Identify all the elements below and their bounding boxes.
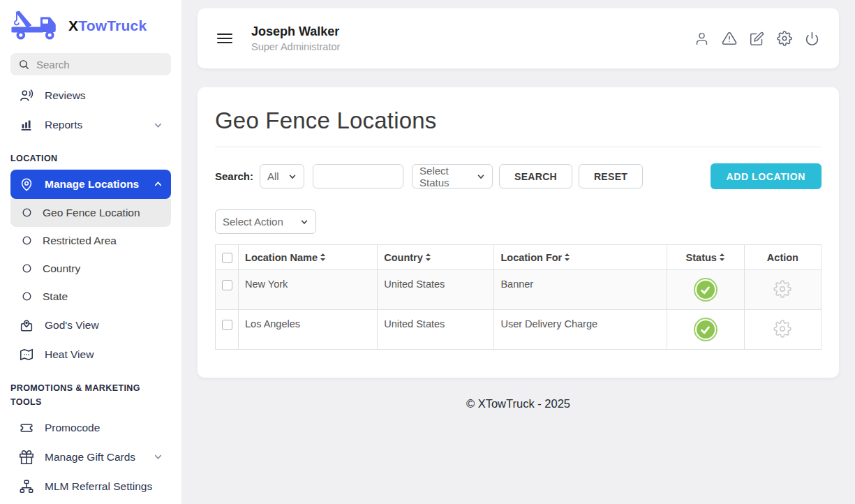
locations-table: Location Name Country Location For Statu… [215,244,821,350]
brand-name: XTowTruck [68,17,147,34]
sidebar-item-manage-gift-cards[interactable]: Manage Gift Cards [10,443,171,472]
brand-logo[interactable]: XTowTruck [10,10,171,42]
form-edit-icon[interactable] [750,31,764,46]
sidebar-item-heat-view[interactable]: Heat View [10,340,171,369]
sidebar-subitem-label: Country [43,262,80,275]
sidebar-subitem-label: State [43,290,68,303]
chevron-down-icon [288,172,297,181]
col-header-action: Action [744,245,821,270]
sidebar-item-manage-locations[interactable]: Manage Locations [10,170,171,199]
col-header-location-name[interactable]: Location Name [239,245,378,270]
user-block: Joseph Walker Super Administrator [251,24,340,52]
circle-icon [21,207,33,218]
status-filter-select[interactable]: Select Status [412,164,493,188]
sidebar-item-mlm-referral-settings[interactable]: MLM Referral Settings [10,472,171,501]
table-header-row: Location Name Country Location For Statu… [216,245,821,270]
col-header-location-for[interactable]: Location For [494,245,667,270]
search-button[interactable]: SEARCH [499,164,572,188]
sidebar-subitem-restricted-area[interactable]: Restricted Area [10,227,171,255]
sidebar-subitem-state[interactable]: State [10,283,171,311]
sidebar-item-label: Reviews [45,89,86,102]
search-keyword-input[interactable] [313,164,403,188]
sidebar-item-promocode[interactable]: Promocode [10,413,171,443]
sidebar-subitem-country[interactable]: Country [10,255,171,283]
sort-icon [564,253,570,262]
col-label: Status [686,252,717,263]
cell-country: United States [378,310,494,350]
sidebar-item-gods-view[interactable]: God's View [10,311,171,340]
cell-location-for: User Delivery Charge [494,310,667,350]
status-active-icon[interactable] [697,281,715,299]
circle-icon [21,262,33,274]
sidebar-subitem-label: Restricted Area [43,235,117,247]
geo-fence-card: Geo Fence Locations Search: All Select S… [198,87,839,378]
section-location: LOCATION [10,151,171,166]
sidebar-subitem-geo-fence-location[interactable]: Geo Fence Location [10,199,171,227]
section-promotions: PROMOTIONS & MARKETING TOOLS [10,381,168,410]
user-name: Joseph Walker [251,24,340,39]
table-row: Los Angeles United States User Delivery … [216,310,821,350]
row-settings-gear-icon[interactable] [773,320,791,338]
sidebar: XTowTruck Reviews [0,0,181,504]
power-icon[interactable] [805,31,819,46]
sidebar-search-input[interactable] [36,59,175,71]
title-divider [215,147,821,147]
sidebar-item-label: Manage Gift Cards [45,451,135,464]
sidebar-subitem-label: Geo Fence Location [43,207,140,219]
user-icon[interactable] [694,31,709,46]
sidebar-item-label: Reports [45,119,82,131]
filter-toolbar: Search: All Select Status SEARCH RESET A… [215,163,821,189]
search-field-select[interactable]: All [260,164,304,188]
col-header-status[interactable]: Status [667,245,744,270]
table-row: New York United States Banner [216,270,821,310]
sidebar-item-reviews[interactable]: Reviews [10,81,171,110]
cell-location-for: Banner [494,270,667,310]
select-all-checkbox[interactable] [222,253,232,263]
cell-location-name: New York [239,270,378,310]
sidebar-search[interactable] [10,53,171,75]
sidebar-item-label: MLM Referral Settings [45,480,152,493]
brand-rest: TowTruck [78,17,147,34]
top-header: Joseph Walker Super Administrator [198,8,839,68]
user-voice-icon [19,88,34,103]
header-actions [694,31,819,46]
circle-icon [21,290,33,302]
col-label: Action [767,252,798,263]
sidebar-item-reports[interactable]: Reports [10,110,171,140]
col-header-country[interactable]: Country [378,245,494,270]
status-active-icon[interactable] [697,320,715,339]
cell-country: United States [378,270,494,310]
sidebar-item-label: God's View [45,319,99,332]
sort-icon [719,253,725,262]
search-icon [18,59,30,71]
sidebar-item-label: Manage Locations [45,178,139,191]
sort-icon [320,253,326,262]
row-checkbox[interactable] [222,280,232,290]
chevron-down-icon [477,172,485,181]
pin-on-map-icon [19,318,34,333]
chevron-down-icon [154,121,163,130]
row-settings-gear-icon[interactable] [773,280,791,298]
sort-icon [425,253,431,262]
copyright-text: © XTowTruck - 2025 [198,397,839,410]
sidebar-nav: Reviews Reports LOCATION Manag [10,81,171,501]
gear-icon[interactable] [777,31,792,46]
col-label: Location Name [245,252,318,263]
chevron-up-icon [154,179,163,188]
page-title: Geo Fence Locations [215,108,821,134]
row-checkbox[interactable] [222,320,232,330]
chevron-down-icon [300,218,308,226]
alert-triangle-icon[interactable] [722,31,737,46]
bulk-action-select-value: Select Action [223,216,283,228]
user-role: Super Administrator [251,41,340,52]
bulk-action-select[interactable]: Select Action [215,209,316,234]
col-label: Location For [500,252,562,263]
menu-toggle-icon[interactable] [217,31,232,46]
reset-button[interactable]: RESET [579,164,643,188]
add-location-button[interactable]: ADD LOCATION [711,163,822,189]
brand-x: X [68,17,78,34]
map-icon [19,347,34,362]
sidebar-item-label: Heat View [45,348,94,361]
ticket-icon [19,420,34,436]
map-pin-icon [19,177,34,192]
